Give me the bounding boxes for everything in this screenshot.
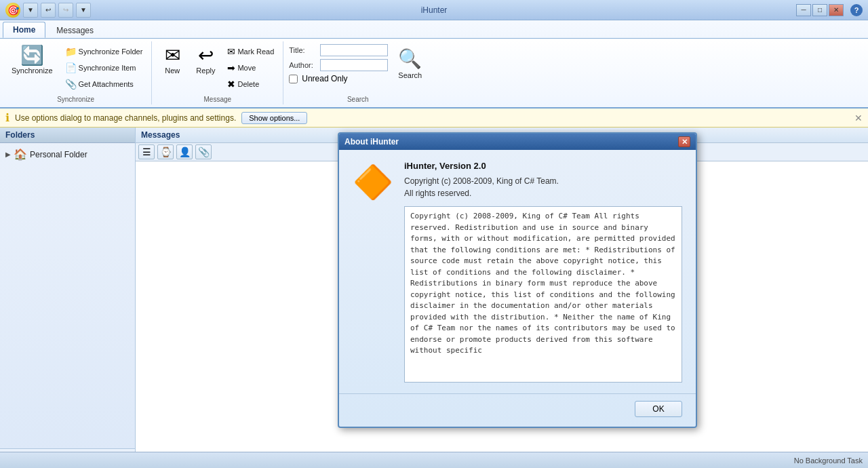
- about-version: iHunter, Version 2.0: [404, 161, 682, 171]
- about-dialog: About iHunter ✕ 🔶 iHunter, Version 2.0 C…: [338, 132, 697, 428]
- about-app-icon: 🔶: [353, 161, 393, 383]
- about-license-text[interactable]: Copyright (c) 2008-2009, King of C# Team…: [404, 206, 682, 383]
- about-rights: All rights reserved.: [404, 189, 682, 198]
- about-text-area: iHunter, Version 2.0 Copyright (c) 2008-…: [404, 161, 682, 383]
- about-title: About iHunter: [344, 137, 399, 147]
- about-body: 🔶 iHunter, Version 2.0 Copyright (c) 200…: [339, 150, 696, 393]
- about-copyright: Copyright (c) 2008-2009, King of C# Team…: [404, 176, 682, 186]
- about-footer: OK: [339, 393, 696, 427]
- ok-btn[interactable]: OK: [635, 401, 682, 417]
- about-overlay: About iHunter ✕ 🔶 iHunter, Version 2.0 C…: [0, 0, 868, 468]
- about-titlebar: About iHunter ✕: [339, 134, 696, 150]
- about-close-btn[interactable]: ✕: [678, 136, 690, 147]
